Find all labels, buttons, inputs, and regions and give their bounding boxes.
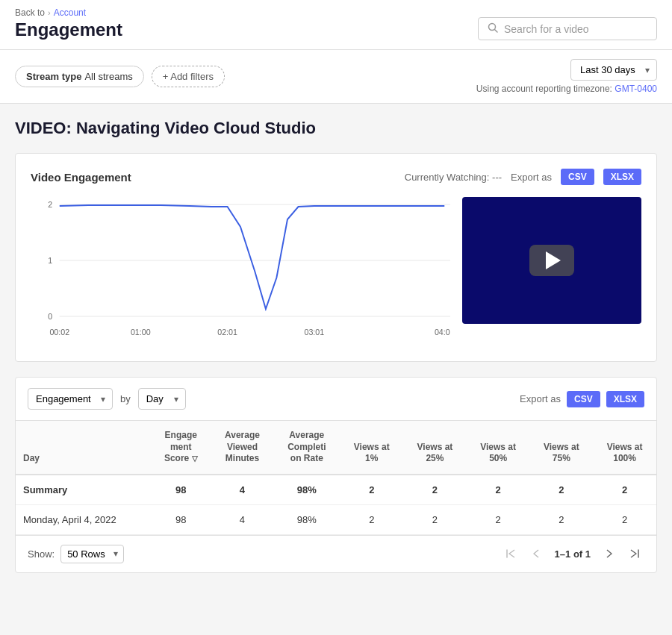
period-select[interactable]: Day [138, 388, 186, 410]
chart-csv-button[interactable]: CSV [561, 169, 594, 185]
main-content: VIDEO: Navigating Video Cloud Studio Vid… [0, 104, 672, 588]
video-title: VIDEO: Navigating Video Cloud Studio [15, 119, 657, 138]
breadcrumb: Back to › Account [15, 7, 122, 18]
timezone-link[interactable]: GMT-0400 [615, 84, 657, 94]
search-icon [488, 22, 498, 35]
filters-right: Last 30 days Using account reporting tim… [476, 59, 657, 94]
search-container [478, 17, 657, 40]
svg-text:1: 1 [48, 256, 52, 265]
account-link[interactable]: Account [54, 7, 86, 18]
prev-page-button[interactable] [526, 545, 546, 562]
table-controls: Engagement by Day Export as CSV XLSX [16, 378, 656, 421]
col-views-50: Views at50% [467, 421, 530, 475]
row-engagement: 98 [151, 504, 211, 534]
engagement-table: Day EngagementScore ▽ AverageViewedMinut… [16, 421, 656, 535]
row-views-50: 2 [467, 504, 530, 534]
table-controls-right: Export as CSV XLSX [520, 391, 644, 407]
rows-select-wrapper: 50 Rows [60, 545, 124, 563]
play-icon [546, 251, 561, 269]
page-header: Back to › Account Engagement [0, 0, 672, 50]
table-export-label: Export as [520, 393, 561, 404]
export-label: Export as [511, 172, 552, 183]
row-views-100: 2 [593, 504, 656, 534]
summary-views-100: 2 [593, 475, 656, 505]
filters-left: Stream type All streams + Add filters [15, 66, 225, 87]
col-views-75: Views at75% [530, 421, 594, 475]
svg-text:03:01: 03:01 [304, 328, 324, 337]
chevron-right-icon: › [48, 8, 51, 17]
col-avg-viewed: AverageViewedMinutes [211, 421, 274, 475]
engagement-chart: 2 1 0 00:02 01:00 02:01 03:01 04:01 [31, 197, 450, 346]
svg-text:01:00: 01:00 [131, 328, 151, 337]
rows-select[interactable]: 50 Rows [60, 545, 124, 563]
stream-type-button[interactable]: Stream type All streams [15, 66, 144, 87]
first-page-button[interactable] [501, 545, 520, 562]
chart-content: 2 1 0 00:02 01:00 02:01 03:01 04:01 [31, 197, 641, 346]
svg-text:02:01: 02:01 [217, 328, 237, 337]
last-page-button[interactable] [625, 545, 644, 562]
row-views-75: 2 [530, 504, 594, 534]
col-views-25: Views at25% [403, 421, 467, 475]
header-left: Back to › Account Engagement [15, 7, 122, 40]
summary-row: Summary 98 4 98% 2 2 2 2 2 [16, 475, 656, 505]
search-input[interactable] [504, 23, 647, 35]
play-button[interactable] [529, 245, 574, 276]
row-views-25: 2 [403, 504, 467, 534]
summary-engagement: 98 [151, 475, 211, 505]
svg-text:00:02: 00:02 [49, 328, 69, 337]
add-filters-button[interactable]: + Add filters [152, 66, 225, 87]
back-text: Back to [15, 7, 45, 18]
col-views-1: Views at1% [340, 421, 403, 475]
summary-avg-completion: 98% [273, 475, 340, 505]
row-avg-viewed: 4 [211, 504, 274, 534]
svg-line-1 [495, 30, 498, 33]
table-csv-button[interactable]: CSV [567, 391, 600, 407]
summary-avg-viewed: 4 [211, 475, 274, 505]
metric-select-wrapper: Engagement [28, 388, 113, 410]
video-thumbnail[interactable] [462, 197, 641, 324]
show-label: Show: [28, 548, 55, 560]
by-text: by [120, 393, 131, 404]
pagination-center: 1–1 of 1 [501, 545, 644, 562]
pagination-left: Show: 50 Rows [28, 545, 124, 563]
filters-bar: Stream type All streams + Add filters La… [0, 50, 672, 104]
metric-select[interactable]: Engagement [28, 388, 113, 410]
currently-watching: Currently Watching: --- [405, 172, 502, 183]
chart-actions: Currently Watching: --- Export as CSV XL… [405, 169, 641, 185]
date-range-select[interactable]: Last 30 days [570, 59, 657, 81]
date-range-wrapper: Last 30 days [570, 59, 657, 81]
summary-day: Summary [16, 475, 151, 505]
table-header-row: Day EngagementScore ▽ AverageViewedMinut… [16, 421, 656, 475]
row-views-1: 2 [340, 504, 403, 534]
col-day: Day [16, 421, 151, 475]
table-xlsx-button[interactable]: XLSX [606, 391, 644, 407]
period-select-wrapper: Day [138, 388, 186, 410]
summary-views-1: 2 [340, 475, 403, 505]
pagination: Show: 50 Rows 1–1 of 1 [16, 535, 656, 572]
row-day: Monday, April 4, 2022 [16, 504, 151, 534]
col-engagement[interactable]: EngagementScore ▽ [151, 421, 211, 475]
summary-views-25: 2 [403, 475, 467, 505]
table-section: Engagement by Day Export as CSV XLSX D [15, 377, 657, 573]
svg-text:04:01: 04:01 [435, 328, 450, 337]
next-page-button[interactable] [600, 545, 619, 562]
table-body: Summary 98 4 98% 2 2 2 2 2 Monday, April… [16, 475, 656, 535]
chart-area: 2 1 0 00:02 01:00 02:01 03:01 04:01 [31, 197, 450, 346]
summary-views-75: 2 [530, 475, 594, 505]
chart-title: Video Engagement [31, 171, 131, 184]
col-avg-completion: AverageCompletion Rate [273, 421, 340, 475]
timezone-info: Using account reporting timezone: GMT-04… [476, 84, 657, 94]
col-views-100: Views at100% [593, 421, 656, 475]
page-title: Engagement [15, 19, 122, 40]
page-info: 1–1 of 1 [555, 548, 591, 560]
svg-text:2: 2 [48, 200, 52, 209]
chart-header: Video Engagement Currently Watching: ---… [31, 169, 641, 185]
stream-type-label: Stream type [26, 71, 81, 82]
table-controls-left: Engagement by Day [28, 388, 186, 410]
summary-views-50: 2 [467, 475, 530, 505]
stream-type-value: All streams [84, 71, 132, 82]
row-avg-completion: 98% [273, 504, 340, 534]
table-head: Day EngagementScore ▽ AverageViewedMinut… [16, 421, 656, 475]
chart-xlsx-button[interactable]: XLSX [603, 169, 641, 185]
svg-text:0: 0 [48, 312, 52, 321]
